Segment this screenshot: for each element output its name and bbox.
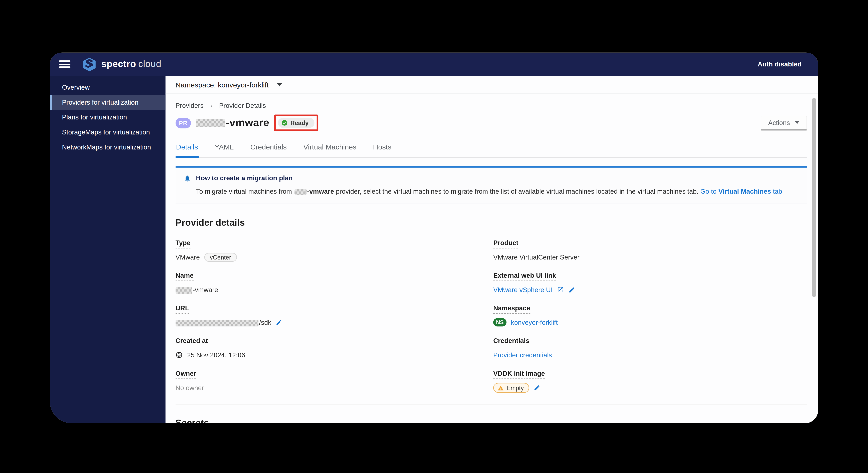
provider-details-heading: Provider details [176, 218, 807, 228]
field-created-at: Created at 25 Nov 2024, 12:06 [176, 336, 493, 360]
section-divider [176, 404, 807, 405]
redacted-provider-name [196, 119, 225, 127]
vcenter-chip: vCenter [204, 253, 237, 261]
info-banner-body: To migrate virtual machines from -vmware… [196, 187, 798, 197]
field-external-link: External web UI link VMware vSphere UI [493, 270, 807, 295]
globe-icon [176, 351, 183, 359]
info-banner-title: How to create a migration plan [196, 174, 293, 182]
auth-status: Auth disabled [758, 60, 802, 68]
field-credentials: Credentials Provider credentials [493, 336, 807, 360]
provider-avatar: PR [176, 118, 191, 128]
page-header: PR -vmware Ready Actions [176, 115, 807, 131]
namespace-selector[interactable]: Namespace: konveyor-forklift [165, 76, 818, 94]
field-product-label: Product [493, 239, 518, 249]
brand-secondary: cloud [138, 59, 161, 69]
field-type-label: Type [176, 239, 191, 249]
banner-text: provider, select the virtual machines to… [334, 187, 701, 195]
field-owner-label: Owner [176, 370, 196, 379]
field-url: URL /sdk [176, 303, 493, 327]
vertical-scrollbar[interactable] [812, 98, 816, 297]
content-area: Namespace: konveyor-forklift Providers P… [165, 76, 818, 423]
breadcrumb: Providers Provider Details [176, 102, 807, 109]
warning-icon [498, 385, 504, 391]
field-name-value: -vmware [176, 286, 218, 294]
check-circle-icon [281, 120, 287, 126]
field-credentials-label: Credentials [493, 337, 529, 347]
info-banner-header: How to create a migration plan [184, 174, 798, 182]
field-created-value: 25 Nov 2024, 12:06 [187, 351, 245, 359]
external-link-icon[interactable] [557, 286, 564, 293]
sidebar-item-providers[interactable]: Providers for virtualization [50, 95, 165, 110]
brand-primary: spectro [101, 59, 136, 69]
page-title: -vmware [226, 117, 269, 129]
field-owner-value: No owner [176, 384, 204, 392]
field-namespace-label: Namespace [493, 305, 530, 314]
status-badge: Ready [278, 118, 314, 128]
edit-icon[interactable] [569, 286, 575, 293]
namespace-badge: NS [493, 318, 506, 326]
vddk-empty-chip: Empty [493, 383, 529, 393]
field-url-value: /sdk [176, 319, 271, 326]
top-bar: spectrocloud Auth disabled [50, 53, 818, 76]
tab-details[interactable]: Details [176, 143, 198, 158]
field-owner: Owner No owner [176, 368, 493, 393]
banner-provider-name: -vmware [307, 187, 334, 195]
redacted-url [176, 320, 259, 326]
tab-hosts[interactable]: Hosts [373, 143, 392, 158]
breadcrumb-providers[interactable]: Providers [176, 102, 204, 109]
field-namespace: Namespace NS konveyor-forklift [493, 303, 807, 327]
breadcrumb-provider-details: Provider Details [219, 102, 266, 109]
field-created-label: Created at [176, 337, 208, 347]
sidebar-nav: Overview Providers for virtualization Pl… [50, 80, 165, 155]
field-name-label: Name [176, 272, 193, 281]
field-product-value: VMware VirtualCenter Server [493, 253, 580, 261]
sidebar-item-networkmaps[interactable]: NetworkMaps for virtualization [50, 140, 165, 155]
actions-button-label: Actions [768, 119, 790, 126]
namespace-selector-label: Namespace: konveyor-forklift [176, 81, 269, 89]
sidebar-item-overview[interactable]: Overview [50, 80, 165, 95]
edit-icon[interactable] [534, 385, 540, 391]
screenshot-stage: spectrocloud Auth disabled Overview Prov… [0, 0, 868, 473]
link-text-bold: Virtual Machines [718, 187, 771, 195]
brand-logo: spectrocloud [82, 57, 161, 72]
edit-icon[interactable] [276, 319, 282, 326]
field-url-suffix: /sdk [259, 319, 271, 326]
vsphere-ui-link[interactable]: VMware vSphere UI [493, 286, 553, 294]
actions-button[interactable]: Actions [761, 116, 807, 130]
sidebar: Overview Providers for virtualization Pl… [50, 76, 165, 423]
tab-virtual-machines[interactable]: Virtual Machines [303, 143, 357, 158]
field-name-suffix: -vmware [193, 286, 218, 294]
field-url-label: URL [176, 305, 189, 314]
banner-text: To migrate virtual machines from [196, 187, 294, 195]
field-vddk: VDDK init image Empty [493, 368, 807, 393]
namespace-link[interactable]: konveyor-forklift [511, 319, 558, 326]
go-to-virtual-machines-link[interactable]: Go to Virtual Machines tab [700, 187, 782, 195]
chevron-right-icon [209, 103, 214, 108]
field-external-label: External web UI link [493, 272, 556, 281]
field-product: Product VMware VirtualCenter Server [493, 238, 807, 262]
spectro-cloud-logo-icon [82, 57, 97, 72]
brand-name: spectrocloud [101, 59, 161, 70]
link-text: Go to [700, 187, 718, 195]
sidebar-item-storagemaps[interactable]: StorageMaps for virtualization [50, 125, 165, 140]
hamburger-menu-icon[interactable] [59, 60, 70, 68]
provider-details-fields: Type VMware vCenter Product VMware Virtu… [176, 238, 807, 393]
secrets-heading: Secrets [176, 418, 807, 423]
caret-down-icon [795, 121, 799, 124]
status-highlight-box: Ready [274, 115, 318, 131]
bell-icon [184, 175, 191, 182]
status-label: Ready [290, 120, 309, 126]
tab-yaml[interactable]: YAML [214, 143, 234, 158]
tab-bar: Details YAML Credentials Virtual Machine… [176, 143, 807, 158]
redacted-provider-name [294, 189, 307, 195]
app-window: spectrocloud Auth disabled Overview Prov… [50, 53, 818, 423]
field-type-value: VMware [176, 253, 200, 261]
redacted-name [176, 287, 192, 293]
info-banner: How to create a migration plan To migrat… [176, 166, 807, 204]
vddk-empty-label: Empty [506, 385, 524, 391]
tab-credentials[interactable]: Credentials [250, 143, 287, 158]
caret-down-icon [277, 83, 283, 87]
sidebar-item-plans[interactable]: Plans for virtualization [50, 110, 165, 125]
link-text: tab [771, 187, 782, 195]
provider-credentials-link[interactable]: Provider credentials [493, 351, 552, 359]
